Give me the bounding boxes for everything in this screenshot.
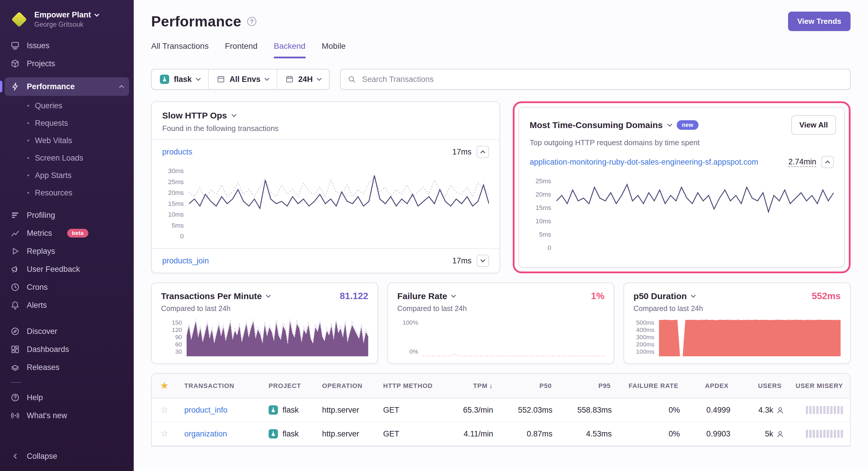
transaction-link[interactable]: product_info: [184, 406, 227, 414]
sidebar-item-web-vitals[interactable]: Web Vitals: [0, 132, 134, 149]
sidebar-collapse-button[interactable]: Collapse: [0, 447, 134, 465]
sidebar-item-replays[interactable]: Replays: [0, 242, 134, 260]
p50-cell: 552.03ms: [500, 399, 560, 422]
date-range-selector[interactable]: 24H: [277, 69, 329, 89]
table-header-row: ★ TRANSACTION PROJECT OPERATION HTTP MET…: [152, 374, 850, 398]
col-transaction[interactable]: TRANSACTION: [177, 375, 261, 397]
filter-bar: flask All Envs 24H: [151, 69, 850, 90]
collapse-toggle-button[interactable]: [822, 156, 834, 168]
sidebar-item-screen-loads[interactable]: Screen Loads: [0, 149, 134, 167]
users-cell: 5k: [737, 423, 791, 445]
sidebar-subitem-label: App Starts: [35, 171, 71, 180]
tpm-cell: 65.3/min: [432, 399, 500, 422]
transaction-link[interactable]: products: [162, 147, 192, 157]
col-tpm[interactable]: TPM↓: [432, 375, 500, 397]
sidebar-item-whats-new[interactable]: What's new: [0, 407, 134, 425]
duration-value: 17ms: [452, 257, 471, 265]
slow-http-chart-area: 30ms 25ms 20ms 15ms 10ms 5ms 0: [152, 164, 499, 248]
col-p50[interactable]: P50: [500, 375, 559, 397]
operation-cell: http.server: [315, 399, 376, 422]
sidebar-item-profiling[interactable]: Profiling: [0, 206, 134, 224]
star-header-icon[interactable]: ★: [160, 381, 168, 390]
col-http-method: HTTP METHOD: [376, 375, 432, 397]
sidebar-item-dashboards[interactable]: Dashboards: [0, 340, 134, 358]
sidebar-subitem-label: Resources: [35, 189, 72, 198]
user-icon: [777, 430, 784, 437]
flask-platform-icon: [269, 405, 278, 415]
col-operation: OPERATION: [315, 375, 376, 397]
sidebar-item-resources[interactable]: Resources: [0, 184, 134, 202]
sidebar-item-discover[interactable]: Discover: [0, 322, 134, 340]
bullet-dot: [27, 192, 29, 194]
sidebar-item-issues[interactable]: Issues: [0, 37, 134, 55]
tab-all-transactions[interactable]: All Transactions: [151, 41, 209, 58]
project-cell[interactable]: flask: [261, 398, 315, 422]
transaction-link[interactable]: organization: [184, 430, 227, 438]
y-tick: 0%: [409, 348, 418, 355]
star-toggle-icon[interactable]: ☆: [161, 429, 168, 438]
expand-toggle-button[interactable]: [477, 255, 489, 267]
environment-selector-value: All Envs: [230, 75, 261, 84]
project-selector[interactable]: flask: [152, 69, 208, 89]
search-input[interactable]: [361, 74, 843, 85]
transaction-row-products: products 17ms: [152, 140, 499, 164]
sidebar-item-help[interactable]: Help: [0, 389, 134, 407]
replays-icon: [10, 246, 20, 256]
sidebar-item-label: Metrics: [27, 229, 52, 238]
tab-mobile[interactable]: Mobile: [322, 41, 346, 58]
y-axis-ticks: 500ms 400ms 300ms 200ms 100ms: [633, 318, 659, 356]
tab-frontend[interactable]: Frontend: [225, 41, 257, 58]
failure-rate-widget: Failure Rate 1% Compared to last 24h 100…: [388, 282, 615, 364]
beta-badge: beta: [67, 229, 88, 238]
transaction-link[interactable]: products_join: [162, 257, 209, 265]
widget-title[interactable]: Failure Rate: [397, 291, 447, 301]
col-apdex[interactable]: APDEX: [685, 375, 736, 397]
broadcast-icon: [10, 411, 20, 420]
view-trends-button[interactable]: View Trends: [788, 12, 850, 31]
sidebar: Empower Plant George Gritsouk Issues Pro…: [0, 0, 134, 471]
transaction-row-products-join: products_join 17ms: [152, 249, 499, 273]
chevron-down-icon: [451, 293, 456, 298]
sidebar-item-app-starts[interactable]: App Starts: [0, 167, 134, 184]
y-axis-ticks: 150 120 90 60 30: [161, 318, 187, 356]
col-failure-rate[interactable]: FAILURE RATE: [618, 375, 685, 397]
collapse-toggle-button[interactable]: [477, 146, 489, 158]
environment-selector[interactable]: All Envs: [208, 69, 277, 89]
tpm-cell: 4.11/min: [432, 423, 500, 445]
slow-http-ops-title-row[interactable]: Slow HTTP Ops: [162, 111, 489, 121]
y-tick: 120: [172, 326, 182, 333]
sidebar-item-user-feedback[interactable]: User Feedback: [0, 260, 134, 278]
app-root: Empower Plant George Gritsouk Issues Pro…: [0, 0, 868, 471]
sidebar-item-queries[interactable]: Queries: [0, 97, 134, 114]
project-cell[interactable]: flask: [261, 422, 315, 445]
table-row: ☆ organization flask http.server GET 4.1…: [152, 422, 850, 446]
col-user-misery[interactable]: USER MISERY: [788, 375, 850, 397]
chevron-down-icon: [480, 258, 486, 263]
sidebar-item-crons[interactable]: Crons: [0, 278, 134, 296]
help-tooltip-icon[interactable]: ?: [247, 17, 256, 26]
col-users[interactable]: USERS: [736, 375, 789, 397]
bullet-dot: [27, 174, 29, 176]
widget-title[interactable]: p50 Duration: [633, 291, 687, 301]
p50-chart-area: 500ms 400ms 300ms 200ms 100ms: [633, 318, 841, 356]
clock-icon: [10, 282, 20, 292]
sidebar-item-metrics[interactable]: Metrics beta: [0, 224, 134, 242]
view-all-button[interactable]: View All: [791, 115, 836, 135]
star-toggle-icon[interactable]: ☆: [161, 405, 168, 414]
sidebar-item-releases[interactable]: Releases: [0, 358, 134, 376]
sidebar-item-label: Help: [27, 393, 43, 402]
sidebar-item-performance[interactable]: Performance: [5, 77, 129, 96]
domain-link[interactable]: application-monitoring-ruby-dot-sales-en…: [530, 158, 758, 167]
col-p95[interactable]: P95: [559, 375, 618, 397]
slow-http-line-chart: [189, 166, 489, 241]
domain-row: application-monitoring-ruby-dot-sales-en…: [519, 154, 844, 174]
widget-title[interactable]: Transactions Per Minute: [161, 291, 262, 301]
failure-rate-value: 1%: [591, 291, 604, 301]
sidebar-item-projects[interactable]: Projects: [0, 55, 134, 73]
tab-backend[interactable]: Backend: [274, 41, 306, 58]
sidebar-item-alerts[interactable]: Alerts: [0, 296, 134, 314]
domains-title-row[interactable]: Most Time-Consuming Domains new: [530, 120, 699, 130]
chevron-up-icon: [825, 161, 830, 166]
org-switcher[interactable]: Empower Plant George Gritsouk: [0, 8, 134, 37]
sidebar-item-requests[interactable]: Requests: [0, 114, 134, 132]
